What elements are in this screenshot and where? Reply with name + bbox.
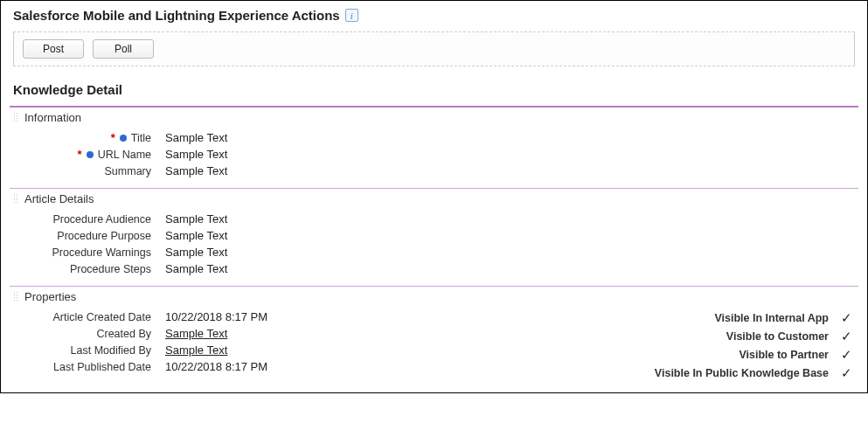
field-label-text: Procedure Warnings (52, 246, 151, 259)
section-heading-text: Properties (24, 290, 76, 303)
section-header-information: Information (1, 108, 867, 129)
required-star-icon: * (111, 132, 115, 143)
actions-box: PostPoll (13, 31, 855, 66)
visible-public-kb-label: Visible In Public Knowledge Base (636, 367, 829, 379)
field-label: Article Created Date (13, 311, 160, 323)
field-created-by[interactable]: Sample Text (160, 327, 227, 340)
field-label-text: Created By (96, 328, 151, 340)
grip-icon (13, 112, 19, 123)
visible-public-kb-check-icon: ✓ (837, 366, 855, 379)
field-article-created-date: 10/22/2018 8:17 PM (160, 310, 267, 323)
field-row: *URL NameSample Text (1, 146, 867, 163)
section-header-article-details: Article Details (1, 189, 867, 211)
section-header-properties: Properties (1, 287, 867, 309)
field-label-text: Procedure Audience (52, 213, 151, 225)
poll-button[interactable]: Poll (93, 39, 154, 59)
article-details-fields: Procedure AudienceSample TextProcedure P… (1, 211, 867, 277)
field-label: *URL Name (13, 149, 160, 161)
field-label-text: Last Published Date (53, 361, 151, 373)
visible-partner-check-icon: ✓ (837, 348, 855, 361)
section-heading-text: Information (24, 111, 81, 124)
field-row: Procedure StepsSample Text (1, 260, 867, 277)
field-summary: Sample Text (160, 164, 227, 177)
properties-right-column: Visible In Internal App✓Visible to Custo… (636, 309, 855, 382)
visible-internal-app-label: Visible In Internal App (636, 312, 829, 324)
field-procedure-steps: Sample Text (160, 262, 227, 275)
field-label-text: Procedure Steps (70, 263, 151, 275)
field-last-modified-by[interactable]: Sample Text (160, 343, 227, 357)
properties-layout: Article Created Date10/22/2018 8:17 PMCr… (1, 309, 867, 382)
grip-icon (13, 193, 19, 205)
field-label-text: Title (131, 132, 151, 144)
field-procedure-purpose: Sample Text (160, 229, 227, 242)
info-icon[interactable]: i (345, 9, 358, 22)
field-row: Last Modified BySample Text (1, 342, 636, 358)
visible-customer-label: Visible to Customer (636, 330, 829, 343)
field-row: Article Created Date10/22/2018 8:17 PM (1, 309, 636, 325)
actions-title-row: Salesforce Mobile and Lightning Experien… (13, 8, 855, 23)
visibility-row: Visible In Internal App✓ (636, 309, 855, 327)
field-indicator-icon (87, 151, 94, 158)
properties-left-column: Article Created Date10/22/2018 8:17 PMCr… (1, 309, 636, 382)
field-title: Sample Text (160, 131, 227, 144)
visibility-row: Visible to Customer✓ (636, 327, 855, 345)
field-row: Procedure PurposeSample Text (1, 227, 867, 244)
field-procedure-warnings: Sample Text (160, 246, 227, 259)
field-row: Procedure WarningsSample Text (1, 244, 867, 260)
field-label-text: Last Modified By (71, 344, 151, 357)
visibility-row: Visible to Partner✓ (636, 345, 855, 364)
field-row: *TitleSample Text (1, 129, 867, 146)
visible-partner-label: Visible to Partner (636, 349, 829, 361)
field-procedure-audience: Sample Text (160, 212, 227, 225)
visible-internal-app-check-icon: ✓ (837, 311, 855, 324)
field-label: Last Modified By (13, 344, 160, 357)
field-row: SummarySample Text (1, 163, 867, 179)
field-label-text: Article Created Date (52, 311, 151, 323)
field-url-name: Sample Text (160, 148, 227, 161)
field-label: *Title (13, 132, 160, 144)
field-label: Procedure Warnings (13, 246, 160, 259)
field-label: Summary (13, 165, 160, 177)
field-last-published-date: 10/22/2018 8:17 PM (160, 360, 267, 373)
field-label-text: Procedure Purpose (57, 230, 151, 242)
field-label: Last Published Date (13, 361, 160, 373)
field-label: Procedure Purpose (13, 230, 160, 242)
actions-panel: Salesforce Mobile and Lightning Experien… (1, 8, 867, 66)
field-label-text: URL Name (98, 149, 151, 161)
visibility-row: Visible In Public Knowledge Base✓ (636, 364, 855, 382)
information-fields: *TitleSample Text*URL NameSample TextSum… (1, 129, 867, 179)
field-indicator-icon (120, 135, 127, 142)
field-label: Procedure Steps (13, 263, 160, 275)
section-heading-text: Article Details (24, 192, 94, 205)
visible-customer-check-icon: ✓ (837, 329, 855, 343)
field-row: Last Published Date10/22/2018 8:17 PM (1, 358, 636, 375)
field-label: Procedure Audience (13, 213, 160, 225)
required-star-icon: * (78, 149, 82, 160)
actions-title: Salesforce Mobile and Lightning Experien… (13, 8, 340, 23)
detail-title: Knowledge Detail (1, 82, 867, 102)
field-row: Created BySample Text (1, 325, 636, 342)
post-button[interactable]: Post (23, 39, 84, 59)
grip-icon (13, 291, 19, 302)
field-row: Procedure AudienceSample Text (1, 211, 867, 227)
field-label: Created By (13, 328, 160, 340)
field-label-text: Summary (105, 165, 151, 177)
